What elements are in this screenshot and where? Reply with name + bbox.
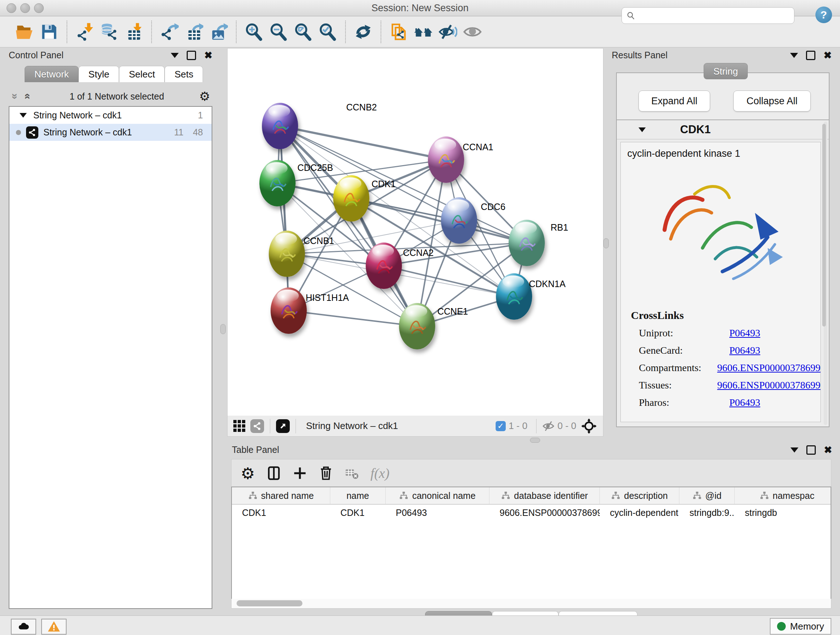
- horizontal-splitter-grip[interactable]: [530, 438, 540, 443]
- network-node-CDKN1A[interactable]: [496, 273, 532, 320]
- network-node-CCNE1[interactable]: [399, 303, 435, 349]
- import-network-icon[interactable]: [74, 22, 95, 42]
- network-overview-icon[interactable]: [250, 419, 264, 433]
- table-hscrollbar[interactable]: [231, 599, 831, 608]
- table-row[interactable]: CDK1CDK1P064939606.ENSP00000378699cyclin…: [232, 505, 831, 521]
- show-columns-icon[interactable]: [264, 463, 284, 483]
- import-string-icon[interactable]: [388, 22, 409, 42]
- birds-eye-view-icon[interactable]: [233, 420, 245, 432]
- tab-network[interactable]: Network: [25, 66, 79, 82]
- table-panel-title: Table Panel: [232, 445, 279, 455]
- network-collection-row[interactable]: String Network – cdk1 1: [9, 107, 212, 124]
- crosslink-link[interactable]: P06493: [729, 397, 760, 409]
- float-panel-icon[interactable]: [187, 51, 196, 60]
- float-panel-icon[interactable]: [806, 51, 815, 60]
- protein-structure-thumbnail: [434, 147, 458, 174]
- function-builder-icon[interactable]: f(x): [370, 465, 390, 481]
- crosslink-link[interactable]: 9606.ENSP00000378699: [717, 379, 821, 391]
- crosslink-link[interactable]: P06493: [729, 327, 760, 339]
- crosslink-row: Uniprot:P06493: [631, 327, 821, 339]
- scrollbar-thumb[interactable]: [237, 600, 302, 606]
- fit-selected-icon[interactable]: [581, 418, 597, 434]
- network-node-CDC25B[interactable]: [259, 160, 295, 206]
- expand-all-icon[interactable]: »: [20, 93, 33, 100]
- toolbar-separator: [151, 21, 152, 43]
- collection-expand-icon[interactable]: [19, 113, 27, 118]
- crosslink-link[interactable]: 9606.ENSP00000378699: [717, 362, 821, 374]
- crosslink-link[interactable]: P06493: [729, 345, 760, 356]
- import-database-icon[interactable]: [99, 22, 119, 42]
- hide-graphics-icon[interactable]: [438, 22, 458, 42]
- close-panel-icon[interactable]: ✖: [823, 52, 832, 59]
- search-box[interactable]: [622, 7, 794, 24]
- zoom-selected-icon[interactable]: [317, 22, 338, 42]
- detach-view-icon[interactable]: [276, 419, 290, 433]
- open-session-icon[interactable]: [14, 22, 35, 42]
- results-scrollbar[interactable]: [824, 122, 827, 425]
- close-panel-icon[interactable]: ✖: [204, 52, 212, 59]
- export-image-icon[interactable]: [208, 22, 229, 42]
- results-buttons-box: Expand All Collapse All: [616, 73, 829, 120]
- expand-all-button[interactable]: Expand All: [638, 90, 710, 111]
- network-node-CDC6[interactable]: [441, 197, 477, 244]
- string-home-icon[interactable]: [413, 22, 433, 42]
- tab-select[interactable]: Select: [119, 66, 164, 82]
- save-session-icon[interactable]: [39, 22, 59, 42]
- column-header-@id[interactable]: @id: [679, 487, 735, 504]
- tab-string[interactable]: String: [704, 63, 748, 79]
- panel-menu-icon[interactable]: [171, 53, 179, 58]
- export-network-icon[interactable]: [159, 22, 180, 42]
- network-canvas[interactable]: CCNB2CCNA1CDC25BCDK1CDC6RB1CCNB1CCNA2CDK…: [227, 48, 603, 416]
- float-panel-icon[interactable]: [806, 445, 816, 455]
- collapse-card-icon[interactable]: [638, 127, 646, 132]
- network-node-CCNA2[interactable]: [366, 242, 402, 289]
- network-edge-count: 48: [193, 127, 203, 138]
- right-splitter-grip[interactable]: [603, 238, 609, 249]
- node-label-CDK1: CDK1: [371, 179, 396, 189]
- column-header-canonical-name[interactable]: canonical name: [386, 487, 489, 504]
- tab-sets[interactable]: Sets: [164, 66, 203, 82]
- left-splitter-grip[interactable]: [220, 324, 226, 334]
- table-options-gear-icon[interactable]: ⚙: [238, 463, 257, 483]
- column-header-database-identifier[interactable]: database identifier: [489, 487, 600, 504]
- hidden-eye-icon[interactable]: [542, 420, 554, 432]
- delete-table-icon[interactable]: [342, 463, 362, 483]
- divider: [270, 419, 270, 433]
- cloud-status-button[interactable]: [11, 619, 36, 635]
- node-table[interactable]: shared namenamecanonical namedatabase id…: [231, 486, 831, 600]
- node-label-CCNA1: CCNA1: [463, 142, 493, 152]
- network-node-RB1[interactable]: [508, 220, 545, 266]
- network-node-HIST1H1A[interactable]: [271, 287, 307, 334]
- zoom-in-icon[interactable]: [244, 22, 264, 42]
- show-graphics-icon[interactable]: [462, 22, 483, 42]
- protein-card-header[interactable]: CDK1: [617, 120, 829, 139]
- network-node-CCNA1[interactable]: [428, 136, 464, 183]
- selected-checkbox-icon[interactable]: ✓: [496, 421, 506, 431]
- column-header-description[interactable]: description: [600, 487, 679, 504]
- column-header-shared-name[interactable]: shared name: [232, 487, 330, 504]
- search-input[interactable]: [638, 10, 794, 21]
- collapse-all-icon[interactable]: »: [9, 93, 21, 100]
- network-node-CCNB2[interactable]: [262, 103, 298, 149]
- network-options-gear-icon[interactable]: ⚙: [199, 89, 210, 103]
- help-button[interactable]: ?: [815, 6, 832, 23]
- column-header-namespac[interactable]: namespac: [735, 487, 831, 504]
- panel-menu-icon[interactable]: [790, 448, 798, 453]
- delete-column-icon[interactable]: [316, 463, 336, 483]
- close-panel-icon[interactable]: ✖: [824, 447, 832, 454]
- export-table-icon[interactable]: [184, 22, 204, 42]
- refresh-layout-icon[interactable]: [353, 22, 373, 42]
- column-header-name[interactable]: name: [330, 487, 386, 504]
- panel-menu-icon[interactable]: [790, 53, 798, 58]
- zoom-out-icon[interactable]: [268, 22, 289, 42]
- network-row[interactable]: String Network – cdk1 11 48: [9, 124, 212, 141]
- add-column-icon[interactable]: [290, 463, 309, 483]
- zoom-fit-icon[interactable]: [293, 22, 313, 42]
- import-table-icon[interactable]: [124, 22, 144, 42]
- tab-style[interactable]: Style: [79, 66, 119, 82]
- network-node-CDK1[interactable]: [333, 175, 369, 222]
- network-node-CCNB1[interactable]: [269, 231, 305, 277]
- memory-button[interactable]: Memory: [770, 618, 831, 635]
- collapse-all-button[interactable]: Collapse All: [733, 90, 811, 111]
- warnings-button[interactable]: [41, 619, 66, 635]
